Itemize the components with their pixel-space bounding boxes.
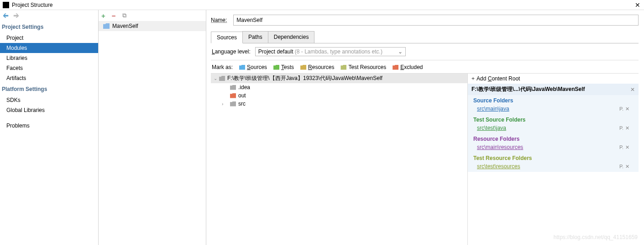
language-level-row: Language level: Project default (8 - Lam…	[211, 43, 639, 60]
module-item-label: MavenSelf	[112, 23, 138, 29]
folder-path-actions: P.✕	[619, 125, 629, 131]
folder-section: Test Resource Folderssrc\test\resourcesP…	[468, 153, 639, 172]
sources-icon	[239, 65, 245, 70]
tab-sources[interactable]: Sources	[211, 32, 243, 43]
edit-properties-icon[interactable]: P.	[619, 106, 623, 112]
lang-hint: (8 - Lambdas, type annotations etc.)	[295, 48, 382, 55]
folder-path-label: src\main\java	[477, 106, 509, 112]
add-content-root-button[interactable]: + Add Content Root	[468, 74, 639, 84]
app-icon	[3, 2, 9, 8]
sidebar-item-artifacts[interactable]: Artifacts	[0, 73, 98, 83]
folder-section-header: Source Folders	[471, 96, 635, 105]
lang-value: Project default	[258, 48, 293, 55]
tree-item-label: out	[238, 92, 246, 99]
name-label: Name:	[211, 17, 227, 23]
tree-item-label: src	[238, 101, 246, 107]
tree-item-label: .idea	[238, 84, 250, 91]
remove-module-icon[interactable]: −	[112, 12, 116, 20]
main-layout: 🡰 🡲 Project Settings Project Modules Lib…	[0, 10, 644, 245]
settings-sidebar: 🡰 🡲 Project Settings Project Modules Lib…	[0, 10, 99, 245]
folder-icon	[230, 85, 236, 90]
window-titlebar: Project Structure ✕	[0, 0, 644, 10]
mark-tests[interactable]: Tests	[273, 64, 294, 70]
mark-test-resources[interactable]: Test Resources	[340, 64, 386, 70]
expand-icon[interactable]: ›	[222, 101, 227, 107]
module-folder-icon	[103, 23, 110, 29]
folder-path-actions: P.✕	[619, 164, 629, 170]
folder-path-row[interactable]: src\test\resourcesP.✕	[471, 162, 635, 170]
module-list-panel: + − ⧉ MavenSelf	[99, 10, 206, 245]
content-roots-panel: + Add Content Root F:\教学\班级管理\...\代码\Jav…	[467, 74, 639, 245]
module-detail-panel: Name: Sources Paths Dependencies Languag…	[206, 10, 644, 245]
sidebar-item-modules[interactable]: Modules	[0, 43, 98, 53]
folder-path-row[interactable]: src\test\javaP.✕	[471, 124, 635, 132]
window-title: Project Structure	[12, 2, 52, 8]
plus-icon: +	[471, 75, 475, 82]
remove-folder-icon[interactable]: ✕	[625, 106, 629, 112]
forward-icon: 🡲	[13, 12, 19, 19]
folder-path-label: src\test\java	[477, 125, 506, 131]
folder-path-row[interactable]: src\main\javaP.✕	[471, 105, 635, 113]
remove-folder-icon[interactable]: ✕	[625, 144, 629, 150]
language-level-label: Language level:	[212, 48, 251, 55]
folder-path-label: src\main\resources	[477, 144, 523, 150]
folder-section-header: Resource Folders	[471, 135, 635, 143]
edit-properties-icon[interactable]: P.	[619, 164, 623, 170]
mark-resources[interactable]: Resources	[300, 64, 334, 70]
add-module-icon[interactable]: +	[101, 12, 105, 20]
sidebar-toolbar: 🡰 🡲	[0, 10, 98, 21]
mark-excluded[interactable]: Excluded	[393, 64, 423, 70]
copy-module-icon[interactable]: ⧉	[122, 12, 126, 19]
folder-section: Source Folderssrc\main\javaP.✕	[468, 95, 639, 114]
detail-tabs: Sources Paths Dependencies	[211, 31, 639, 43]
folder-path-actions: P.✕	[619, 144, 629, 150]
sidebar-item-problems[interactable]: Problems	[0, 121, 98, 131]
sidebar-item-sdks[interactable]: SDKs	[0, 95, 98, 105]
folder-path-actions: P.✕	[619, 106, 629, 112]
module-item-mavenself[interactable]: MavenSelf	[99, 21, 206, 31]
tab-paths[interactable]: Paths	[242, 31, 268, 43]
folder-section-header: Test Source Folders	[471, 116, 635, 124]
sources-body: ⌄ F:\教学\班级管理\【西开Java】19323\代码\JavaWeb\Ma…	[211, 74, 639, 245]
excluded-icon	[393, 65, 398, 70]
tree-root-row[interactable]: ⌄ F:\教学\班级管理\【西开Java】19323\代码\JavaWeb\Ma…	[211, 74, 467, 83]
collapse-icon[interactable]: ⌄	[214, 76, 219, 81]
test-resources-icon	[340, 65, 346, 70]
tree-row-out[interactable]: out	[211, 91, 467, 100]
mark-as-label: Mark as:	[212, 64, 233, 70]
remove-folder-icon[interactable]: ✕	[625, 125, 629, 131]
section-header-platform: Platform Settings	[0, 83, 98, 95]
close-icon[interactable]: ✕	[635, 1, 640, 9]
watermark: https://blog.csdn.net/qq_41151659	[554, 234, 638, 240]
sidebar-item-facets[interactable]: Facets	[0, 63, 98, 73]
folder-section: Resource Folderssrc\main\resourcesP.✕	[468, 133, 639, 153]
tree-root-label: F:\教学\班级管理\【西开Java】19323\代码\JavaWeb\Mave…	[227, 75, 382, 82]
tree-row-idea[interactable]: .idea	[211, 83, 467, 91]
name-row: Name:	[211, 15, 639, 26]
sidebar-item-global-libs[interactable]: Global Libraries	[0, 105, 98, 115]
resources-icon	[300, 65, 306, 70]
content-root-path: F:\教学\班级管理\...\代码\JavaWeb\MavenSelf	[471, 85, 585, 93]
edit-properties-icon[interactable]: P.	[619, 125, 623, 131]
language-level-select[interactable]: Project default (8 - Lambdas, type annot…	[255, 47, 406, 56]
module-name-input[interactable]	[233, 15, 639, 26]
folder-icon	[230, 101, 236, 107]
folder-section: Test Source Folderssrc\test\javaP.✕	[468, 114, 639, 133]
tab-dependencies[interactable]: Dependencies	[268, 31, 315, 43]
sidebar-item-libraries[interactable]: Libraries	[0, 53, 98, 63]
source-tree: ⌄ F:\教学\班级管理\【西开Java】19323\代码\JavaWeb\Ma…	[211, 74, 467, 245]
tests-icon	[273, 65, 279, 70]
sidebar-item-project[interactable]: Project	[0, 33, 98, 43]
folder-icon	[230, 93, 236, 98]
folder-path-label: src\test\resources	[477, 163, 520, 170]
folder-path-row[interactable]: src\main\resourcesP.✕	[471, 143, 635, 151]
edit-properties-icon[interactable]: P.	[619, 144, 623, 150]
module-toolbar: + − ⧉	[99, 10, 206, 21]
mark-sources[interactable]: Sources	[239, 64, 267, 70]
tree-row-src[interactable]: › src	[211, 100, 467, 108]
folder-sections: Source Folderssrc\main\javaP.✕Test Sourc…	[468, 95, 639, 172]
content-root-row[interactable]: F:\教学\班级管理\...\代码\JavaWeb\MavenSelf ✕	[468, 84, 639, 95]
back-icon[interactable]: 🡰	[3, 12, 9, 19]
remove-folder-icon[interactable]: ✕	[625, 164, 629, 170]
remove-root-icon[interactable]: ✕	[630, 86, 635, 93]
